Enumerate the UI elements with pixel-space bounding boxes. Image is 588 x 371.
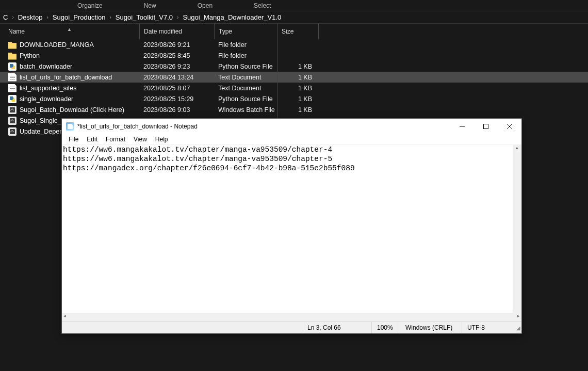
- file-type: Windows Batch File: [214, 104, 277, 115]
- folder-icon: [8, 52, 17, 60]
- table-row[interactable]: Python2023/08/25 8:45File folder: [0, 50, 588, 61]
- close-button[interactable]: [498, 119, 521, 134]
- minimize-button[interactable]: [450, 119, 474, 134]
- status-position: Ln 3, Col 66: [302, 322, 371, 333]
- toolbar-organize[interactable]: Organize: [0, 2, 123, 9]
- header-size[interactable]: Size: [277, 24, 318, 39]
- file-date: 2023/08/26 9:21: [139, 39, 214, 50]
- bat-icon: [8, 127, 17, 136]
- breadcrumb-segment[interactable]: C: [0, 13, 11, 21]
- header-name[interactable]: Name ▲: [0, 28, 139, 35]
- file-date: 2023/08/26 9:03: [139, 104, 214, 115]
- file-type: File folder: [214, 39, 277, 50]
- file-date: 2023/08/25 15:29: [139, 93, 214, 104]
- sort-ascending-icon: ▲: [67, 27, 72, 32]
- notepad-window[interactable]: *list_of_urls_for_batch_download - Notep…: [61, 118, 522, 334]
- breadcrumb-segment[interactable]: Sugoi_Production: [50, 13, 109, 21]
- menu-edit[interactable]: Edit: [83, 135, 101, 143]
- table-row[interactable]: DOWNLOADED_MANGA2023/08/26 9:21File fold…: [0, 39, 588, 50]
- menu-file[interactable]: File: [65, 135, 82, 143]
- table-row[interactable]: batch_downloader2023/08/26 9:23Python So…: [0, 61, 588, 72]
- table-row[interactable]: list_supported_sites2023/08/25 8:07Text …: [0, 83, 588, 93]
- menu-help[interactable]: Help: [152, 135, 172, 143]
- file-date: 2023/08/24 13:24: [139, 72, 214, 83]
- table-row[interactable]: list_of_urls_for_batch_download2023/08/2…: [0, 72, 588, 83]
- file-name: batch_downloader: [20, 63, 72, 70]
- file-size: 1 KB: [277, 83, 318, 93]
- txt-icon: [8, 84, 17, 92]
- file-size: [277, 39, 318, 50]
- table-row[interactable]: Sugoi_Batch_Download (Click Here)2023/08…: [0, 104, 588, 115]
- file-size: [277, 50, 318, 61]
- file-date: 2023/08/25 8:07: [139, 83, 214, 93]
- breadcrumb[interactable]: C›Desktop›Sugoi_Production›Sugoi_Toolkit…: [0, 11, 588, 24]
- header-type[interactable]: Type: [214, 24, 277, 39]
- file-name: list_supported_sites: [20, 85, 76, 92]
- table-row[interactable]: single_downloader2023/08/25 15:29Python …: [0, 93, 588, 104]
- bat-icon: [8, 117, 17, 125]
- notepad-titlebar[interactable]: *list_of_urls_for_batch_download - Notep…: [62, 119, 521, 134]
- file-size: 1 KB: [277, 104, 318, 115]
- status-encoding: UTF-8: [462, 322, 513, 333]
- notepad-menubar: FileEditFormatViewHelp: [62, 134, 521, 144]
- header-type-label: Type: [219, 28, 232, 35]
- file-type: Text Document: [214, 83, 277, 93]
- notepad-icon: [66, 122, 74, 131]
- vertical-scrollbar[interactable]: [513, 145, 521, 313]
- header-size-label: Size: [282, 28, 293, 35]
- file-type: Text Document: [214, 72, 277, 83]
- header-date[interactable]: Date modified: [139, 24, 214, 39]
- folder-icon: [8, 41, 17, 49]
- file-type: Python Source File: [214, 93, 277, 104]
- resize-grip-icon[interactable]: ◢: [513, 322, 521, 333]
- breadcrumb-segment[interactable]: Sugoi_Manga_Downloader_V1.0: [179, 13, 284, 21]
- column-headers: Name ▲ Date modified Type Size: [0, 24, 588, 39]
- file-type: Python Source File: [214, 61, 277, 72]
- notepad-textarea[interactable]: https://ww6.mangakakalot.tv/chapter/mang…: [62, 145, 521, 173]
- file-name: DOWNLOADED_MANGA: [20, 41, 94, 49]
- txt-icon: [8, 73, 17, 82]
- bat-icon: [8, 106, 17, 114]
- header-date-label: Date modified: [144, 28, 182, 35]
- chevron-right-icon: ›: [108, 14, 112, 20]
- toolbar-open[interactable]: Open: [177, 2, 233, 9]
- chevron-right-icon: ›: [176, 14, 179, 20]
- chevron-right-icon: ›: [11, 14, 14, 20]
- maximize-button[interactable]: [474, 119, 498, 134]
- explorer-toolbar: Organize New Open Select: [0, 0, 588, 11]
- file-name: list_of_urls_for_batch_download: [20, 74, 112, 81]
- file-date: 2023/08/26 9:23: [139, 61, 214, 72]
- notepad-title: *list_of_urls_for_batch_download - Notep…: [77, 123, 450, 130]
- notepad-statusbar: Ln 3, Col 66 100% Windows (CRLF) UTF-8 ◢: [62, 321, 521, 333]
- file-size: 1 KB: [277, 61, 318, 72]
- file-date: 2023/08/25 8:45: [139, 50, 214, 61]
- py-icon: [8, 95, 17, 103]
- breadcrumb-segment[interactable]: Desktop: [15, 13, 46, 21]
- header-name-label: Name: [8, 28, 25, 35]
- status-lineending: Windows (CRLF): [400, 322, 462, 333]
- file-size: 1 KB: [277, 93, 318, 104]
- chevron-right-icon: ›: [45, 14, 49, 20]
- toolbar-new[interactable]: New: [123, 2, 177, 9]
- notepad-body: https://ww6.mangakakalot.tv/chapter/mang…: [62, 144, 521, 321]
- menu-view[interactable]: View: [130, 135, 151, 143]
- file-type: File folder: [214, 50, 277, 61]
- menu-format[interactable]: Format: [102, 135, 129, 143]
- breadcrumb-segment[interactable]: Sugoi_Toolkit_V7.0: [112, 13, 176, 21]
- py-icon: [8, 62, 17, 71]
- svg-rect-0: [484, 124, 488, 129]
- file-name: Sugoi_Batch_Download (Click Here): [20, 106, 124, 114]
- file-name: single_downloader: [20, 95, 73, 103]
- file-size: 1 KB: [277, 72, 318, 83]
- status-zoom: 100%: [371, 322, 400, 333]
- toolbar-select[interactable]: Select: [233, 2, 291, 9]
- file-name: Update_Depend: [20, 128, 67, 135]
- horizontal-scrollbar[interactable]: [62, 313, 521, 321]
- file-name: Python: [20, 52, 40, 59]
